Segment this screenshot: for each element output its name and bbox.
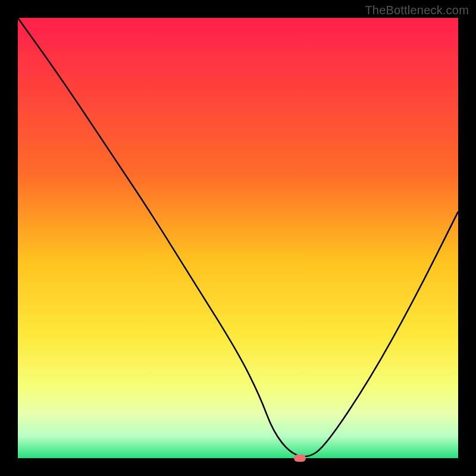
gradient-backdrop — [18, 18, 458, 458]
watermark-text: TheBottleneck.com — [365, 4, 469, 17]
chart-svg — [18, 18, 458, 458]
chart-frame: TheBottleneck.com — [0, 0, 476, 476]
plot-area — [18, 18, 458, 458]
optimal-marker — [294, 455, 306, 462]
